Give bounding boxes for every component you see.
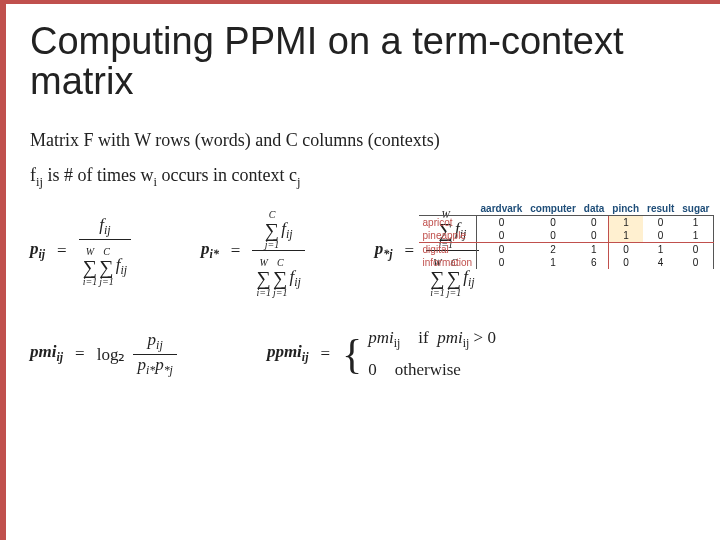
table-cell: 0 (580, 229, 609, 243)
formula-pmi: pmiij = log₂ pij pi*p*j (30, 330, 177, 378)
ppmi-piecewise: { pmiij if pmiij > 0 0 otherwise (342, 328, 496, 379)
table-col-header: computer (526, 202, 580, 216)
cj-sub: j (297, 174, 301, 188)
formula-pij: pij = fij W∑i=1 C∑j=1 fij (30, 215, 131, 286)
table-col-header: data (580, 202, 609, 216)
slide-title: Computing PPMI on a term-context matrix (30, 22, 696, 102)
table-cell: 1 (678, 229, 713, 243)
table-row-label: pineapple (419, 229, 477, 243)
table-row: apricot000101 (419, 216, 714, 230)
fij-sub: ij (36, 174, 43, 188)
table-cell: 0 (678, 256, 713, 269)
table-row: information016040 (419, 256, 714, 269)
table-cell: 1 (580, 243, 609, 257)
table-cell: 0 (477, 216, 527, 230)
table-header-row: aardvarkcomputerdatapinchresultsugar (419, 202, 714, 216)
table-cell: 1 (678, 216, 713, 230)
table-cell: 0 (580, 216, 609, 230)
table-cell: 0 (477, 243, 527, 257)
table-row: pineapple000101 (419, 229, 714, 243)
table-cell: 0 (477, 229, 527, 243)
table-row-label: information (419, 256, 477, 269)
fij-text2: occurs in context c (157, 165, 297, 185)
table-row-label: apricot (419, 216, 477, 230)
table-cell: 2 (526, 243, 580, 257)
pmi-lhs: pmi (30, 342, 56, 361)
table-col-header: pinch (608, 202, 643, 216)
otherwise-label: otherwise (395, 360, 461, 380)
slide: Computing PPMI on a term-context matrix … (0, 0, 720, 540)
pstarj-sub: *j (383, 248, 392, 262)
table-row-label: digital (419, 243, 477, 257)
table-cell: 0 (643, 216, 678, 230)
table-cell: 1 (526, 256, 580, 269)
table-cell: 0 (608, 243, 643, 257)
fij-desc: fij is # of times wi occurs in context c… (30, 165, 696, 190)
table-cell: 6 (580, 256, 609, 269)
table-cell: 0 (608, 256, 643, 269)
pistar-lhs: p (201, 239, 210, 258)
equals-sign: = (320, 344, 330, 364)
table-cell: 0 (526, 229, 580, 243)
pmi-frac: pij pi*p*j (133, 330, 177, 378)
pmi-formulas-row: pmiij = log₂ pij pi*p*j ppmiij = { pmiij… (30, 328, 696, 379)
brace-icon: { (342, 333, 362, 375)
log2: log₂ (97, 344, 126, 365)
ppmi-sub: ij (302, 351, 309, 365)
formula-ppmi: ppmiij = { pmiij if pmiij > 0 0 otherwis… (267, 328, 496, 379)
table-col-header: sugar (678, 202, 713, 216)
table-col-header: aardvark (477, 202, 527, 216)
table-cell: 1 (608, 229, 643, 243)
equals-sign: = (57, 241, 67, 261)
pij-frac: fij W∑i=1 C∑j=1 fij (79, 215, 131, 286)
pij-sub: ij (39, 248, 46, 262)
pistar-frac: C∑j=1 fij W∑i=1 C∑j=1 fij (252, 203, 304, 298)
pij-lhs: p (30, 239, 39, 258)
table-cell: 0 (643, 229, 678, 243)
table-cell: 1 (608, 216, 643, 230)
pistar-sub: i* (210, 248, 219, 262)
table-cell: 0 (678, 243, 713, 257)
table-cell: 1 (643, 243, 678, 257)
zero-case: 0 (368, 360, 377, 380)
pmi-sub: ij (56, 351, 63, 365)
fij-text1: is # of times w (43, 165, 154, 185)
table-cell: 0 (477, 256, 527, 269)
table-cell: 4 (643, 256, 678, 269)
matrix-desc: Matrix F with W rows (words) and C colum… (30, 130, 696, 151)
equals-sign: = (405, 241, 415, 261)
table-cell: 0 (526, 216, 580, 230)
term-context-table: aardvarkcomputerdatapinchresultsugar apr… (419, 202, 714, 269)
table-col-header: result (643, 202, 678, 216)
formula-pistar: pi* = C∑j=1 fij W∑i=1 C∑j=1 fij (201, 203, 305, 298)
equals-sign: = (231, 241, 241, 261)
equals-sign: = (75, 344, 85, 364)
table-row: digital021010 (419, 243, 714, 257)
ppmi-lhs: ppmi (267, 342, 302, 361)
